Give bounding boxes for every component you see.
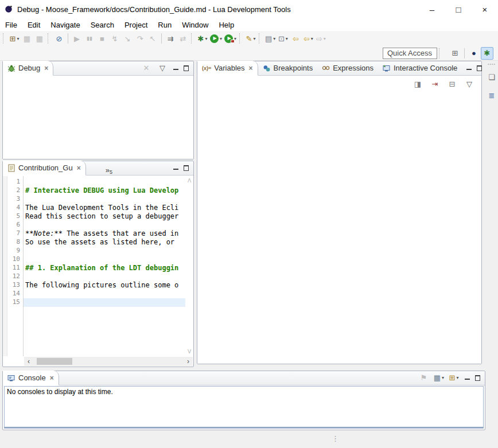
back-icon[interactable]: ⇦▾ xyxy=(302,32,314,45)
scrollbar-thumb[interactable] xyxy=(37,358,72,365)
editor-line[interactable]: **Note:** The assets that are used in xyxy=(24,229,185,238)
editor-line[interactable]: Read this section to setup a debugger xyxy=(24,212,185,221)
menu-project[interactable]: Project xyxy=(119,20,153,30)
tab-close-icon[interactable]: × xyxy=(77,164,81,172)
tab-close-icon[interactable]: × xyxy=(44,64,48,72)
display-selected-console-dropdown[interactable]: ▾ xyxy=(442,375,444,380)
menu-navigate[interactable]: Navigate xyxy=(45,20,85,30)
last-edit-location-icon[interactable]: ⇦ xyxy=(289,32,302,45)
view-menu-icon[interactable]: ▽ xyxy=(463,77,476,90)
skip-all-breakpoints-icon[interactable]: ⊘ xyxy=(53,32,65,45)
debug-dropdown[interactable]: ▾ xyxy=(205,36,207,41)
editor-line[interactable]: The Lua Development Tools in the Ecli xyxy=(24,204,185,212)
editor-line[interactable]: The following pictures outline some o xyxy=(24,281,185,290)
tab-variables[interactable]: (x)= Variables × xyxy=(197,61,258,76)
editor-line[interactable] xyxy=(24,272,185,281)
tab-contribution-guide[interactable]: Contribution_Gu × xyxy=(3,161,86,176)
run-coverage-icon[interactable]: ▶▾ xyxy=(223,32,238,45)
quick-access-input[interactable]: Quick Access xyxy=(383,48,437,59)
editor-gutter[interactable]: 123456789101112131415 xyxy=(7,176,24,356)
editor-line[interactable] xyxy=(24,178,185,186)
run-dropdown[interactable]: ▾ xyxy=(220,36,222,41)
tab-close-icon[interactable]: × xyxy=(50,374,54,382)
display-selected-console-icon[interactable]: ▦▾ xyxy=(433,372,445,384)
new-wizard-icon[interactable]: ⊞▾ xyxy=(8,32,21,45)
editor-line[interactable]: So use the assets as listed here, or xyxy=(24,238,185,247)
maximize-view-button[interactable] xyxy=(474,375,481,381)
editor-vertical-scrollbar[interactable]: ᐱ ᐯ xyxy=(185,176,193,356)
suspend-icon[interactable]: ▮▮ xyxy=(83,32,96,45)
maximize-view-button[interactable] xyxy=(183,65,189,71)
drop-to-frame-icon[interactable]: ⇄ xyxy=(177,32,189,45)
menu-search[interactable]: Search xyxy=(85,20,119,30)
show-logical-structures-icon[interactable]: ⇥ xyxy=(429,77,441,90)
menu-file[interactable]: File xyxy=(0,20,22,30)
back-dropdown[interactable]: ▾ xyxy=(311,36,313,41)
editor-line[interactable] xyxy=(24,255,185,264)
scroll-up-icon[interactable]: ᐱ xyxy=(188,178,191,184)
external-tools-icon[interactable]: ✎▾ xyxy=(244,32,257,45)
editor-line[interactable] xyxy=(24,221,185,229)
forward-dropdown[interactable]: ▾ xyxy=(324,36,326,41)
save-icon[interactable]: ▦ xyxy=(21,32,33,45)
scroll-down-icon[interactable]: ᐯ xyxy=(188,349,191,354)
debug-perspective-icon[interactable]: ✱ xyxy=(481,47,493,60)
editor-line[interactable]: ## 1. Explanation of the LDT debuggin xyxy=(24,264,185,272)
annotation-ruler[interactable] xyxy=(3,176,7,356)
step-into-icon[interactable]: ↘ xyxy=(121,32,134,45)
editor-line[interactable] xyxy=(24,195,185,204)
outline-view-icon[interactable]: ≣ xyxy=(485,89,498,102)
open-element-dropdown[interactable]: ▾ xyxy=(286,36,288,41)
more-editors-chevron[interactable]: »5 xyxy=(106,166,112,175)
external-tools-dropdown[interactable]: ▾ xyxy=(253,36,255,41)
open-perspective-icon[interactable]: ⊞ xyxy=(449,47,461,60)
minimize-view-button[interactable] xyxy=(466,65,472,71)
menu-window[interactable]: Window xyxy=(177,20,213,30)
editor-line[interactable] xyxy=(24,290,185,298)
remove-all-terminated-icon[interactable]: ✕ xyxy=(140,62,153,75)
scroll-right-icon[interactable]: › xyxy=(184,357,193,365)
step-return-icon[interactable]: ↖ xyxy=(146,32,159,45)
pin-console-icon[interactable]: ⚑ xyxy=(418,372,430,384)
tab-close-icon[interactable]: × xyxy=(249,64,253,72)
menu-edit[interactable]: Edit xyxy=(22,20,45,30)
new-task-dropdown[interactable]: ▾ xyxy=(273,36,275,41)
view-menu-icon[interactable]: ▽ xyxy=(156,62,169,75)
statusbar-drag-handle[interactable]: ⋮ xyxy=(332,434,339,443)
terminate-icon[interactable]: ■ xyxy=(96,32,108,45)
debug-icon[interactable]: ✱▾ xyxy=(196,32,209,45)
window-maximize-button[interactable]: □ xyxy=(445,0,472,18)
tab-interactive-console[interactable]: Interactive Console xyxy=(378,61,462,75)
disconnect-icon[interactable]: ↯ xyxy=(108,32,121,45)
open-console-dropdown[interactable]: ▾ xyxy=(456,375,458,380)
maximize-view-button[interactable] xyxy=(183,165,189,171)
minimize-view-button[interactable] xyxy=(173,65,179,71)
resume-icon[interactable]: ▶ xyxy=(71,32,83,45)
window-minimize-button[interactable]: – xyxy=(419,0,445,18)
editor-line[interactable]: # Interactive DEBUG using Lua Develop xyxy=(24,186,185,195)
restore-minimized-view-icon[interactable]: ❏ xyxy=(485,71,498,83)
open-console-icon[interactable]: ⊞▾ xyxy=(448,372,460,384)
tab-debug[interactable]: Debug × xyxy=(3,61,53,76)
scroll-left-icon[interactable]: ‹ xyxy=(24,357,33,365)
editor-lines[interactable]: # Interactive DEBUG using Lua DevelopThe… xyxy=(24,176,185,356)
menu-help[interactable]: Help xyxy=(213,20,239,30)
tab-breakpoints[interactable]: Breakpoints xyxy=(258,61,318,75)
open-element-icon[interactable]: ⊡▾ xyxy=(277,32,289,45)
trim-drag-handle[interactable]: •••• xyxy=(488,62,496,66)
forward-icon[interactable]: ⇨▾ xyxy=(314,32,327,45)
collapse-all-icon[interactable]: ⊟ xyxy=(446,77,458,90)
use-step-filters-icon[interactable]: ⇉ xyxy=(164,32,177,45)
minimize-view-button[interactable] xyxy=(173,165,179,171)
new-wizard-dropdown[interactable]: ▾ xyxy=(17,36,19,41)
new-task-icon[interactable]: ▤▾ xyxy=(264,32,277,45)
show-details-icon[interactable]: ◨ xyxy=(411,77,424,90)
menu-run[interactable]: Run xyxy=(153,20,177,30)
window-close-button[interactable]: × xyxy=(472,0,498,18)
editor-horizontal-scrollbar[interactable]: ‹ › xyxy=(24,357,193,366)
editor-line[interactable] xyxy=(24,298,185,307)
tab-expressions[interactable]: Expressions xyxy=(317,61,378,75)
step-over-icon[interactable]: ↷ xyxy=(134,32,146,45)
lua-perspective-icon[interactable]: ● xyxy=(468,47,480,60)
tab-console[interactable]: Console × xyxy=(3,371,59,385)
